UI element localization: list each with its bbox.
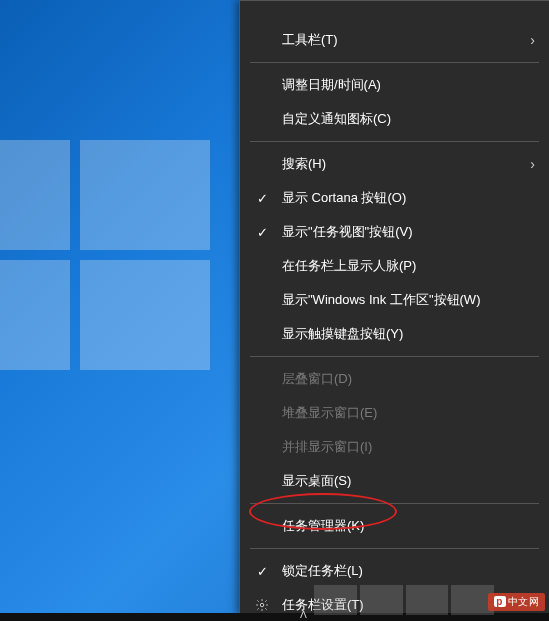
menu-label: 任务管理器(K) bbox=[282, 517, 364, 535]
menu-separator bbox=[250, 503, 539, 504]
menu-label: 在任务栏上显示人脉(P) bbox=[282, 257, 416, 275]
chevron-right-icon: › bbox=[530, 156, 535, 172]
menu-item-show-desktop[interactable]: 显示桌面(S) bbox=[240, 464, 549, 498]
menu-label: 显示桌面(S) bbox=[282, 472, 351, 490]
menu-item-side-by-side: 并排显示窗口(I) bbox=[240, 430, 549, 464]
checkmark-icon: ✓ bbox=[254, 563, 270, 579]
watermark-logo: p中文网 bbox=[488, 593, 546, 611]
menu-item-toolbars[interactable]: 工具栏(T) › bbox=[240, 23, 549, 57]
watermark-text: 中文网 bbox=[508, 596, 540, 607]
menu-item-search[interactable]: 搜索(H) › bbox=[240, 147, 549, 181]
menu-item-show-touch-keyboard[interactable]: 显示触摸键盘按钮(Y) bbox=[240, 317, 549, 351]
menu-item-lock-taskbar[interactable]: ✓ 锁定任务栏(L) bbox=[240, 554, 549, 588]
menu-item-adjust-date-time[interactable]: 调整日期/时间(A) bbox=[240, 68, 549, 102]
menu-label: 并排显示窗口(I) bbox=[282, 438, 372, 456]
menu-item-stack-windows: 堆叠显示窗口(E) bbox=[240, 396, 549, 430]
menu-item-show-people[interactable]: 在任务栏上显示人脉(P) bbox=[240, 249, 549, 283]
php-icon: p bbox=[494, 596, 506, 607]
menu-label: 搜索(H) bbox=[282, 155, 326, 173]
menu-item-cascade-windows: 层叠窗口(D) bbox=[240, 362, 549, 396]
menu-item-show-task-view[interactable]: ✓ 显示"任务视图"按钮(V) bbox=[240, 215, 549, 249]
menu-label: 显示 Cortana 按钮(O) bbox=[282, 189, 406, 207]
menu-item-show-windows-ink[interactable]: 显示"Windows Ink 工作区"按钮(W) bbox=[240, 283, 549, 317]
menu-label: 自定义通知图标(C) bbox=[282, 110, 391, 128]
decorative-blocks bbox=[314, 585, 494, 615]
windows-logo bbox=[0, 140, 240, 440]
gear-icon bbox=[254, 597, 270, 613]
checkmark-icon: ✓ bbox=[254, 190, 270, 206]
menu-separator bbox=[250, 356, 539, 357]
menu-separator bbox=[250, 62, 539, 63]
chevron-right-icon: › bbox=[530, 32, 535, 48]
menu-label: 调整日期/时间(A) bbox=[282, 76, 381, 94]
menu-label: 层叠窗口(D) bbox=[282, 370, 352, 388]
menu-label: 显示触摸键盘按钮(Y) bbox=[282, 325, 403, 343]
menu-item-show-cortana[interactable]: ✓ 显示 Cortana 按钮(O) bbox=[240, 181, 549, 215]
menu-item-customize-notifications[interactable]: 自定义通知图标(C) bbox=[240, 102, 549, 136]
menu-label: 工具栏(T) bbox=[282, 31, 338, 49]
desktop-background: 工具栏(T) › 调整日期/时间(A) 自定义通知图标(C) 搜索(H) › ✓… bbox=[0, 0, 549, 621]
checkmark-icon: ✓ bbox=[254, 224, 270, 240]
menu-label: 显示"Windows Ink 工作区"按钮(W) bbox=[282, 291, 480, 309]
menu-label: 堆叠显示窗口(E) bbox=[282, 404, 377, 422]
taskbar-context-menu: 工具栏(T) › 调整日期/时间(A) 自定义通知图标(C) 搜索(H) › ✓… bbox=[239, 0, 549, 615]
menu-label: 显示"任务视图"按钮(V) bbox=[282, 223, 413, 241]
menu-item-task-manager[interactable]: 任务管理器(K) bbox=[240, 509, 549, 543]
menu-separator bbox=[250, 141, 539, 142]
tray-chevron-up-icon[interactable]: ᐱ bbox=[300, 609, 307, 620]
svg-point-0 bbox=[260, 603, 264, 607]
menu-separator bbox=[250, 548, 539, 549]
menu-label: 锁定任务栏(L) bbox=[282, 562, 363, 580]
